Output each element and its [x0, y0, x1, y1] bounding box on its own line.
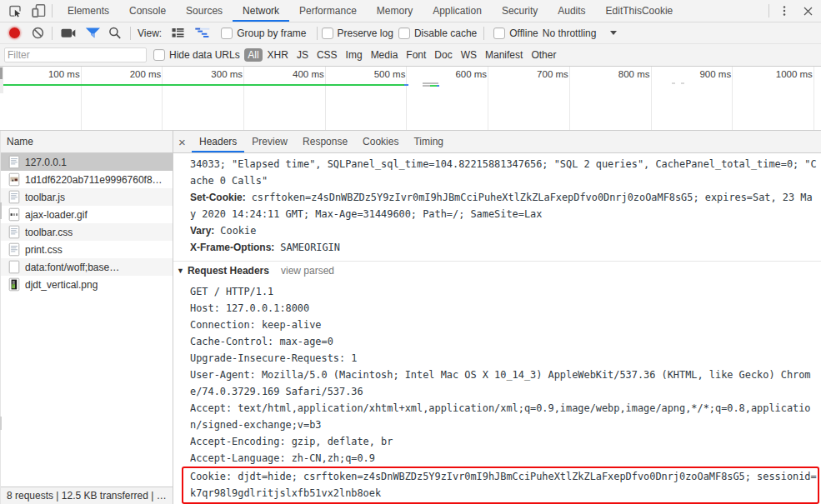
toolbar-separator [130, 27, 131, 40]
chevron-down-icon [610, 31, 617, 35]
header-value: 34033; "Elapsed time", SQLPanel_sql_time… [190, 158, 817, 170]
resource-type-filter[interactable]: Img [342, 48, 366, 62]
resource-type-filter[interactable]: Doc [431, 48, 456, 62]
header-name: X-Frame-Options: [190, 242, 274, 253]
details-tab[interactable]: Response [295, 131, 355, 152]
timeline-tick-label: 100 ms [0, 67, 82, 130]
toolbar-separator [768, 4, 769, 17]
main-tab[interactable]: Memory [367, 0, 423, 22]
offline-checkbox-box[interactable] [493, 27, 505, 39]
timeline-grid: 100 ms200 ms300 ms400 ms500 ms600 ms700 … [0, 67, 814, 130]
request-row[interactable]: ajax-loader.gif [0, 206, 173, 223]
main-tab[interactable]: Network [233, 0, 289, 22]
request-row[interactable]: 127.0.0.1 [0, 153, 173, 171]
resource-type-filter[interactable]: Font [403, 48, 430, 62]
disable-cache-checkbox-box[interactable] [398, 27, 410, 39]
main-tab[interactable]: Security [492, 0, 548, 22]
timeline-mark [681, 82, 684, 84]
main-tab[interactable]: Console [119, 0, 176, 22]
main-tab[interactable]: Sources [176, 0, 233, 22]
main-tab[interactable]: Elements [58, 0, 119, 22]
main-tab[interactable]: Performance [289, 0, 367, 22]
resource-type-filter[interactable]: Manifest [482, 48, 527, 62]
more-options-icon[interactable] [772, 0, 797, 22]
raw-header-line: Connection: keep-alive [190, 317, 821, 333]
timeline-mark [3, 84, 404, 86]
resource-type-filter[interactable]: WS [457, 48, 480, 62]
search-icon[interactable] [104, 22, 126, 44]
filter-input[interactable] [4, 47, 147, 62]
request-name: 1d1df6220ab711e9996760f8… [25, 174, 163, 186]
header-name: Vary: [190, 225, 214, 237]
close-details-icon[interactable]: × [176, 131, 188, 152]
timeline-tick-label: 600 ms [407, 67, 488, 130]
filter-icon[interactable] [82, 22, 103, 44]
resource-type-filter[interactable]: CSS [313, 48, 341, 62]
request-row[interactable]: toolbar.css [0, 223, 173, 241]
request-headers-section-header[interactable]: ▼ Request Headers view parsed [173, 261, 821, 279]
clear-network-log-icon[interactable] [27, 22, 48, 44]
raw-header-line: Host: 127.0.0.1:8000 [190, 300, 821, 317]
request-row[interactable]: data:font/woff;base… [0, 258, 173, 276]
preserve-log-checkbox[interactable]: Preserve log [322, 27, 393, 39]
device-toolbar-icon[interactable] [26, 0, 49, 22]
request-row[interactable]: 1d1df6220ab711e9996760f8… [0, 171, 173, 188]
details-tab[interactable]: Headers [192, 131, 244, 152]
main-tab[interactable]: EditThisCookie [596, 0, 683, 22]
details-tab[interactable]: Cookies [355, 131, 406, 152]
record-network-log-icon[interactable] [9, 27, 20, 38]
waterfall-icon[interactable] [192, 22, 213, 44]
file-type-icon [8, 260, 20, 274]
details-tab[interactable]: Preview [244, 131, 295, 152]
header-name: Set-Cookie: [190, 192, 246, 203]
request-name: djdt_vertical.png [25, 279, 98, 291]
requests-list-pane: Name [0, 131, 173, 504]
triangle-down-icon[interactable]: ▼ [177, 267, 184, 275]
raw-header-line: Upgrade-Insecure-Requests: 1 [190, 350, 821, 367]
inspect-element-icon[interactable] [4, 0, 26, 22]
toolbar-separator [52, 4, 53, 17]
disable-cache-checkbox[interactable]: Disable cache [398, 27, 477, 39]
timeline-mark [672, 82, 675, 84]
preserve-log-checkbox-box[interactable] [322, 27, 333, 39]
view-parsed-link[interactable]: view parsed [281, 265, 334, 277]
name-column-header[interactable]: Name [0, 131, 173, 153]
request-name: 127.0.0.1 [25, 157, 67, 168]
network-summary-bar: 8 requests | 12.5 KB transferred | … [0, 487, 173, 504]
request-row[interactable]: print.css [0, 241, 173, 258]
hide-data-urls-label: Hide data URLs [169, 49, 240, 61]
toolbar-separator [52, 27, 53, 40]
group-by-frame-checkbox-box[interactable] [221, 27, 233, 39]
group-by-frame-checkbox[interactable]: Group by frame [221, 27, 306, 39]
headers-content[interactable]: 34033; "Elapsed time", SQLPanel_sql_time… [173, 153, 821, 504]
resource-type-filter[interactable]: XHR [263, 48, 292, 62]
hide-data-urls-checkbox-box[interactable] [153, 49, 165, 61]
resource-type-filter[interactable]: Media [367, 48, 402, 62]
hide-data-urls-checkbox[interactable]: Hide data URLs [153, 49, 240, 61]
request-row[interactable]: djdt_vertical.png [0, 276, 173, 293]
capture-screenshots-icon[interactable] [58, 22, 79, 44]
request-row[interactable]: toolbar.js [0, 188, 173, 206]
details-tabs: HeadersPreviewResponseCookiesTiming [188, 131, 451, 152]
tabbar-right-controls [766, 0, 821, 22]
large-request-rows-icon[interactable] [167, 22, 188, 44]
main-tab[interactable]: Application [423, 0, 492, 22]
file-type-icon [8, 242, 20, 257]
details-tab[interactable]: Timing [406, 131, 451, 152]
resource-type-filter[interactable]: Other [528, 48, 560, 62]
main-tab[interactable]: Audits [548, 0, 595, 22]
cookie-header-line: Cookie: djdt=hide; csrftoken=z4sDnWBZDz5… [190, 468, 818, 485]
close-devtools-icon[interactable] [797, 0, 819, 22]
offline-checkbox[interactable]: Offline [493, 27, 538, 39]
resource-type-filter[interactable]: All [244, 48, 263, 62]
file-type-icon [8, 190, 20, 204]
network-overview-timeline[interactable]: 100 ms200 ms300 ms400 ms500 ms600 ms700 … [0, 67, 821, 131]
resource-type-filter[interactable]: JS [293, 48, 312, 62]
window-edge-artifact [0, 67, 3, 79]
header-value: y 2020 14:24:11 GMT; Max-Age=31449600; P… [190, 208, 542, 220]
cookie-highlight-box: Cookie: djdt=hide; csrftoken=z4sDnWBZDz5… [182, 467, 819, 504]
header-line: 34033; "Elapsed time", SQLPanel_sql_time… [190, 156, 821, 172]
throttling-select[interactable]: No throttling [543, 27, 618, 39]
request-details-pane: × HeadersPreviewResponseCookiesTiming 34… [173, 131, 821, 504]
timeline-tick-label: 500 ms [326, 67, 408, 130]
